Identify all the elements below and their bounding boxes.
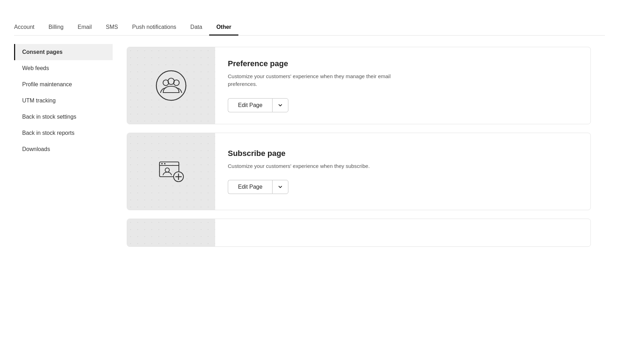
edit-btn-group-subscribe_page: Edit Page [228, 180, 288, 194]
edit-page-button-preference_page[interactable]: Edit Page [228, 98, 272, 112]
card-preference_page: Preference pageCustomize your customers'… [127, 47, 591, 124]
top-nav-item-other[interactable]: Other [209, 20, 238, 36]
card-title-preference_page: Preference page [228, 59, 578, 68]
top-nav-item-email[interactable]: Email [71, 20, 99, 36]
partial-card-image [127, 219, 215, 246]
card-body-preference_page: Preference pageCustomize your customers'… [215, 47, 590, 124]
partial-card [127, 219, 591, 247]
svg-point-8 [165, 168, 169, 172]
card-image-subscribe_page [127, 133, 215, 210]
svg-point-7 [164, 163, 165, 164]
top-nav-item-push_notifications[interactable]: Push notifications [125, 20, 183, 36]
sidebar: Consent pagesWeb feedsProfile maintenanc… [14, 36, 113, 258]
subscribe-icon [155, 156, 187, 187]
card-subscribe_page: Subscribe pageCustomize your customers' … [127, 133, 591, 210]
edit-page-dropdown-preference_page[interactable] [272, 98, 288, 112]
page-container: AccountBillingEmailSMSPush notifications… [0, 0, 619, 258]
edit-page-dropdown-subscribe_page[interactable] [272, 180, 288, 194]
chevron-down-icon [277, 184, 283, 190]
people-icon [155, 70, 187, 101]
svg-point-0 [156, 71, 186, 100]
card-image-preference_page [127, 47, 215, 124]
card-desc-subscribe_page: Customize your customers' experience whe… [228, 162, 411, 170]
sidebar-item-web_feeds[interactable]: Web feeds [14, 60, 113, 76]
top-nav-item-data[interactable]: Data [183, 20, 210, 36]
edit-page-button-subscribe_page[interactable]: Edit Page [228, 180, 272, 194]
sidebar-item-profile_maintenance[interactable]: Profile maintenance [14, 76, 113, 93]
main-content: Preference pageCustomize your customers'… [113, 36, 605, 258]
sidebar-item-back_in_stock_settings[interactable]: Back in stock settings [14, 109, 113, 125]
sidebar-item-downloads[interactable]: Downloads [14, 141, 113, 157]
chevron-down-icon [277, 102, 283, 108]
top-nav-item-account[interactable]: Account [14, 20, 42, 36]
edit-btn-group-preference_page: Edit Page [228, 98, 288, 112]
partial-dots-background [127, 219, 215, 246]
top-nav-item-billing[interactable]: Billing [42, 20, 71, 36]
svg-point-3 [168, 78, 174, 84]
card-title-subscribe_page: Subscribe page [228, 149, 578, 158]
sidebar-item-back_in_stock_reports[interactable]: Back in stock reports [14, 125, 113, 141]
card-desc-preference_page: Customize your customers' experience whe… [228, 73, 411, 88]
content-area: Consent pagesWeb feedsProfile maintenanc… [14, 36, 605, 258]
svg-point-6 [161, 163, 163, 164]
top-nav-item-sms[interactable]: SMS [99, 20, 125, 36]
top-nav: AccountBillingEmailSMSPush notifications… [14, 20, 605, 36]
sidebar-item-consent_pages[interactable]: Consent pages [14, 44, 113, 60]
card-body-subscribe_page: Subscribe pageCustomize your customers' … [215, 133, 590, 210]
sidebar-item-utm_tracking[interactable]: UTM tracking [14, 93, 113, 109]
